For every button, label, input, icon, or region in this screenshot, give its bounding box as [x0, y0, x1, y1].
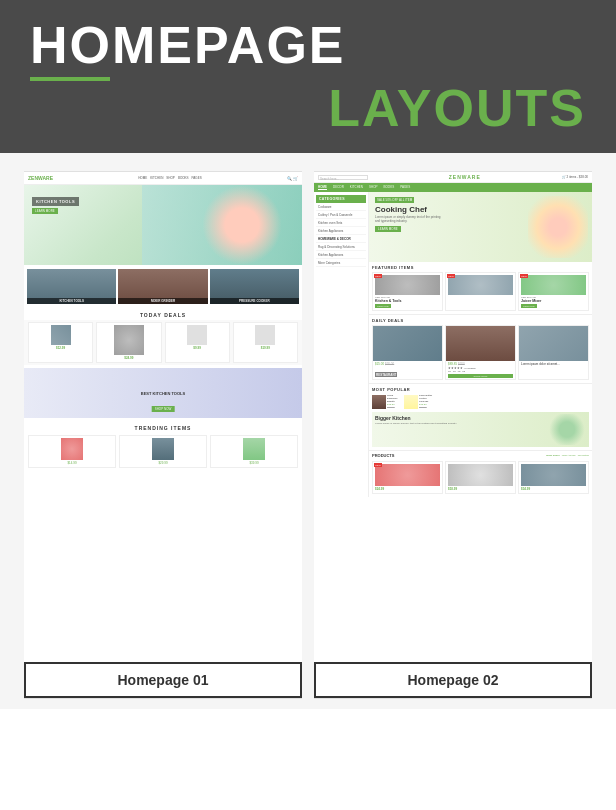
homepage01-card: ZENWARE HOME KITCHEN SHOP BOOKS PAGES 🔍 …: [24, 171, 302, 699]
hp02-header: Search here... ZENWARE 🛒 2 items - $28.0…: [314, 172, 592, 183]
hp02-sidebar-rug: Rug & Decorating Solutions: [316, 243, 366, 251]
hp02-most-popular-header: MOST POPULAR: [369, 383, 592, 394]
hp01-nav: HOME KITCHEN SHOP BOOKS PAGES: [138, 176, 201, 180]
hp02-bk-image: [547, 414, 587, 445]
hp02-dd-2: $89.85 $200 ★★★★★ (7 reviews) 20184806 S…: [445, 325, 516, 380]
hp02-hero-family-image: [528, 196, 588, 258]
hp01-deals: $12.99 $24.99 $9.99 $19.99: [24, 320, 302, 365]
hp02-prod-title: PRODUCTS: [372, 453, 394, 458]
hp02-feat-img-1: [375, 275, 440, 295]
hp02-nav-shop: SHOP: [369, 185, 378, 190]
hp01-deal-2: $24.99: [96, 322, 161, 363]
header-banner: HOMEPAGE LAYOUTS: [0, 0, 616, 153]
homepage01-label: Homepage 01: [24, 662, 302, 698]
hp02-sidebar-appliances: Kitchen Appliances: [316, 227, 366, 235]
hp02-daily-deals: RESTAURANT $25.00 $30.00 $89.85 $200 ★★★…: [369, 325, 592, 383]
hp01-categories: KITCHEN TOOLS MIXER GRINDER PRESSURE COO…: [24, 265, 302, 308]
hp02-feat-3: NEW Sale 50% Off Juicer Mixer Shop Now: [518, 272, 589, 311]
hp01-cat-mixer: MIXER GRINDER: [118, 269, 207, 304]
hp02-body: CATEGORIES Cookware Cutlery / Pan & Cass…: [314, 192, 592, 497]
hp02-products: NEW $24.99 $18.99 $34.99: [369, 460, 592, 497]
hp02-popular: Moka Espresso Bialetti$49.80 $65.00 Pola…: [369, 394, 592, 412]
hp01-cat-pressure: PRESSURE COOKER: [210, 269, 299, 304]
banner-line2: LAYOUTS: [328, 81, 586, 136]
hp01-layout: ZENWARE HOME KITCHEN SHOP BOOKS PAGES 🔍 …: [24, 172, 302, 662]
hp02-feat-badge-3: NEW: [520, 274, 528, 278]
hp01-trend-img-2: [152, 438, 174, 460]
homepage02-label: Homepage 02: [314, 662, 592, 698]
hp01-trending: $14.99 $29.99 $39.99: [24, 433, 302, 474]
hp02-feat-btn-3: Shop Now: [521, 304, 537, 308]
hp02-tab-new-arrivals: New Arrivals: [562, 454, 576, 457]
hp01-best-btn: SHOP NOW: [152, 406, 175, 412]
hp02-nav-kitchen: KITCHEN: [350, 185, 363, 190]
banner-underline: [30, 77, 110, 81]
hp02-dd-img-2: [446, 326, 515, 361]
hp02-tab-most-seller: Most Seller: [546, 454, 559, 457]
hp02-sidebar-oven: Kitchen oven Sets: [316, 219, 366, 227]
hp02-search: Search here...: [318, 175, 368, 180]
hp02-pop-img-2: [404, 395, 418, 409]
hp02-pop-img-1: [372, 395, 386, 409]
homepage01-screenshot: ZENWARE HOME KITCHEN SHOP BOOKS PAGES 🔍 …: [24, 172, 302, 662]
hp01-deal-3: $9.99: [165, 322, 230, 363]
hp02-main: SALE 50% OFF ALL ITEM Cooking Chef Lorem…: [369, 192, 592, 497]
hp02-hero: SALE 50% OFF ALL ITEM Cooking Chef Lorem…: [369, 192, 592, 262]
hp02-cart: 🛒 2 items - $28.00: [562, 175, 588, 179]
hp02-sidebar-homeware: HOMEWARE & DECOR: [316, 235, 366, 243]
hp02-prod-3: $34.99: [518, 461, 589, 494]
hp02-featured-items: NEW Sale 40% Off Kitchen & Tools Shop No…: [369, 272, 592, 314]
homepage02-card: Search here... ZENWARE 🛒 2 items - $28.0…: [314, 171, 592, 699]
hp02-prod-img-3: [521, 464, 586, 486]
hp01-deal-1: $12.99: [28, 322, 93, 363]
hp02-feat-btn-1: Shop Now: [375, 304, 391, 308]
hp02-nav-decor: DECOR: [333, 185, 344, 190]
hp02-feat-badge-2: NEW: [447, 274, 455, 278]
hp02-layout: Search here... ZENWARE 🛒 2 items - $28.0…: [314, 172, 592, 662]
hp01-icons: 🔍 🛒: [287, 176, 298, 181]
hp02-pop-2: Polar Butter Scotch Courses$49.80 $65.00: [404, 394, 434, 409]
hp01-trending-header: TRENDING ITEMS: [24, 421, 302, 433]
hp01-hero-btn: LEARN MORE: [32, 208, 58, 214]
hp01-header: ZENWARE HOME KITCHEN SHOP BOOKS PAGES 🔍 …: [24, 172, 302, 185]
hp02-prod-badge-1: NEW: [374, 463, 382, 467]
main-content: ZENWARE HOME KITCHEN SHOP BOOKS PAGES 🔍 …: [0, 153, 616, 709]
hp02-dd-3: Lorem ipsum dolor sit amet...: [518, 325, 589, 380]
hp01-logo: ZENWARE: [28, 175, 53, 181]
hp02-dd-label-1: RESTAURANT: [375, 372, 397, 377]
hp02-nav-books: BOOKS: [384, 185, 395, 190]
hp02-feat-2: NEW: [445, 272, 516, 311]
banner-line1: HOMEPAGE: [30, 18, 346, 73]
hp02-prod-2: $18.99: [445, 461, 516, 494]
hp01-cat-label-2: MIXER GRINDER: [118, 298, 207, 304]
hp02-sidebar-more: More Categories: [316, 259, 366, 267]
hp02-nav-home: HOME: [318, 185, 327, 190]
hp01-trend-1: $14.99: [28, 435, 116, 468]
hp02-feat-1: NEW Sale 40% Off Kitchen & Tools Shop No…: [372, 272, 443, 311]
hp01-hero: KITCHEN TOOLS LEARN MORE: [24, 185, 302, 265]
hp02-bigger-kitchen: Bigger Kitchen Lorem ipsum or simply dum…: [372, 412, 589, 447]
hp01-hero-text: KITCHEN TOOLS LEARN MORE: [32, 197, 79, 214]
hp02-dd-img-1: RESTAURANT: [373, 326, 442, 361]
hp02-hero-sub: Lorem ipsum or simply dummy text of the …: [375, 216, 445, 224]
hp02-hero-btn: LEARN MORE: [375, 226, 401, 232]
hp02-categories-title: CATEGORIES: [316, 195, 366, 203]
hp02-feat-img-2: [448, 275, 513, 295]
hp02-sidebar: CATEGORIES Cookware Cutlery / Pan & Cass…: [314, 192, 369, 497]
hp02-nav: HOME DECOR KITCHEN SHOP BOOKS PAGES: [314, 183, 592, 192]
hp01-deal-img-1: [51, 325, 71, 345]
homepage02-screenshot: Search here... ZENWARE 🛒 2 items - $28.0…: [314, 172, 592, 662]
hp02-prod-1: NEW $24.99: [372, 461, 443, 494]
hp02-featured-header: FEATURED ITEMS: [369, 262, 592, 272]
hp02-prod-img-2: [448, 464, 513, 486]
hp02-sidebar-cutlery: Cutlery / Pan & Casserole: [316, 211, 366, 219]
hp02-prod-tabs: Most Seller New Arrivals Top Rated: [546, 454, 589, 457]
hp01-cat-label-1: KITCHEN TOOLS: [27, 298, 116, 304]
hp02-feat-badge-1: NEW: [374, 274, 382, 278]
hp01-deal-4: $19.99: [233, 322, 298, 363]
hp02-dd-price-1: $25.00 $30.00: [373, 361, 442, 367]
hp02-dd-1: RESTAURANT $25.00 $30.00: [372, 325, 443, 380]
hp01-trend-2: $29.99: [119, 435, 207, 468]
hp02-products-header: PRODUCTS Most Seller New Arrivals Top Ra…: [369, 450, 592, 460]
hp02-bk-sub: Lorem ipsum or simply dummy text of the …: [372, 422, 502, 425]
